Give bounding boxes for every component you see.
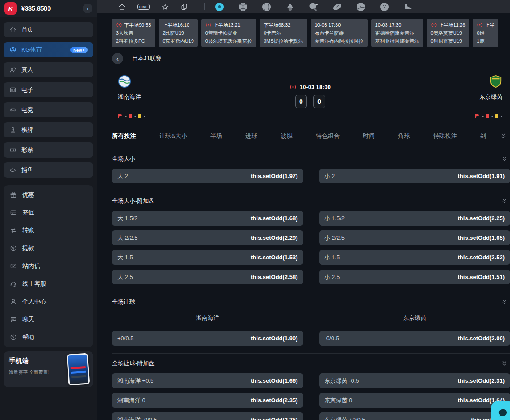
odds-cell[interactable]: 大 1.5/2this.setOdd(1.68): [112, 211, 303, 226]
live-tab-icon[interactable]: LIVE: [137, 4, 150, 10]
yellow-card-icon: [495, 114, 498, 118]
odds-cell[interactable]: 小 1.5/2this.setOdd(2.25): [319, 211, 510, 226]
away-team: 0波尔塔瓦沃尔斯克拉: [205, 37, 252, 45]
tab-handicap-ou[interactable]: 让球&大小: [159, 132, 187, 140]
sidebar-item-kg-sports[interactable]: KG体育 New+: [4, 42, 93, 57]
sidebar-item-chat[interactable]: 聊天: [4, 311, 93, 328]
odds-cell[interactable]: 大 1.5this.setOdd(1.53): [112, 250, 303, 265]
sidebar-item-label: 个人中心: [22, 298, 46, 306]
odds-cell[interactable]: 东京绿茵 +0/0.5this.setOdd(: [319, 412, 510, 420]
favorites-star-icon[interactable]: [161, 3, 169, 11]
sidebar-item-messages[interactable]: 站内信: [4, 257, 93, 275]
sidebar-item-transfer[interactable]: 转账: [4, 222, 93, 239]
home-team: 布内卡兰萨维: [315, 29, 364, 37]
sidebar-item-fishing[interactable]: 捕鱼: [4, 162, 93, 178]
betslip-copy-icon[interactable]: [181, 3, 188, 11]
user-icon: [10, 298, 17, 305]
odds-cell[interactable]: 湘南海洋 -0/0.5this.setOdd(2.75): [112, 412, 303, 420]
slot-machine-icon: [9, 86, 16, 93]
sidebar-item-home[interactable]: 首页: [4, 22, 93, 37]
odds-cell[interactable]: 小 2.5this.setOdd(1.51): [319, 270, 510, 284]
match-score-block: 10-03 18:00 0 : 0: [289, 84, 331, 108]
wallet-expand-button[interactable]: ›: [83, 4, 92, 13]
sport-icon-rugby[interactable]: [332, 2, 342, 12]
market-tabs: 所有投注 让球&大小 半场 进球 波胆 特色组合 时间 角球 特殊投注 到: [112, 131, 510, 141]
match-card[interactable]: 下半场68:32 0卡巴尔 3MS提拉哈卡默尔: [260, 19, 307, 47]
sidebar-item-withdraw[interactable]: 提款: [4, 239, 93, 257]
match-card[interactable]: 下半场90:53 3大坎普 2科罗拉多FC: [112, 19, 155, 47]
odds-label: -0/0.5: [325, 335, 339, 342]
odds-cell[interactable]: 东京绿茵 -0.5this.setOdd(2.31): [319, 373, 510, 388]
match-card[interactable]: 10-03 17:30 霍德哈萨隆夏普尔 基利亚特阿娜夏普尔: [371, 19, 423, 47]
tab-special-bets[interactable]: 特殊投注: [433, 132, 457, 140]
markets-list: 全场大小 大 2this.setOdd(1.97) 小 2this.setOdd…: [112, 149, 510, 420]
odds-cell[interactable]: 大 2this.setOdd(1.97): [112, 169, 303, 183]
tab-special-combo[interactable]: 特色组合: [316, 132, 340, 140]
match-card[interactable]: 10-03 17:30 布内卡兰萨维 夏普尔布内阿拉拉阿拉: [311, 19, 368, 47]
collapse-chevron-icon[interactable]: [502, 198, 507, 204]
sport-icon-shoe[interactable]: [403, 2, 413, 12]
collapse-chevron-icon[interactable]: [502, 156, 507, 162]
odds-cell[interactable]: 大 2.5this.setOdd(2.58): [112, 270, 303, 284]
collapse-chevron-icon[interactable]: [502, 299, 507, 305]
sidebar-item-lottery[interactable]: 彩票: [4, 142, 93, 158]
odds-cell[interactable]: 小 2this.setOdd(1.91): [319, 169, 510, 183]
odds-value: this.setOdd(1.97): [251, 173, 297, 179]
mail-icon: [10, 262, 17, 270]
sidebar-item-deposit[interactable]: 充值: [4, 204, 93, 222]
sidebar-item-profile[interactable]: 个人中心: [4, 293, 93, 311]
sidebar-item-live-casino[interactable]: 真人: [4, 62, 93, 77]
match-card[interactable]: 上半场13:21 0普瑞卡帕提亚 0波尔塔瓦沃尔斯克拉: [201, 19, 256, 47]
odds-cell[interactable]: 小 2/2.5this.setOdd(1.65): [319, 230, 510, 245]
sport-icon-basketball[interactable]: [238, 2, 248, 12]
mobile-app-promo[interactable]: 手机端 海量赛事 全面覆盖!: [4, 351, 93, 387]
customer-service-fab[interactable]: [491, 401, 510, 420]
odds-value: this.setOdd(1.91): [458, 173, 505, 179]
match-time: 10-03 17:30: [315, 21, 341, 29]
live-broadcast-icon: [431, 23, 437, 27]
tab-goals[interactable]: 进球: [245, 132, 257, 140]
away-score: 0: [313, 95, 325, 108]
sidebar-item-support[interactable]: 线上客服: [4, 275, 93, 293]
odds-cell[interactable]: 湘南海洋 +0.5this.setOdd(1.66): [112, 373, 303, 388]
sport-icon-table-tennis[interactable]: [309, 2, 319, 12]
tab-all-bets[interactable]: 所有投注: [112, 132, 136, 140]
odds-cell[interactable]: 大 2/2.5this.setOdd(2.29): [112, 230, 303, 245]
sport-icon-baseball[interactable]: [261, 2, 272, 12]
match-card[interactable]: 上半场16:10 2比萨U19 0克罗托内U19: [159, 19, 198, 47]
home-tab-icon[interactable]: [118, 3, 126, 11]
stat-separator: -: [482, 113, 484, 119]
match-card[interactable]: 上半场11:26 0奥洛莫茨U19 0利贝雷茨U19: [427, 19, 470, 47]
sport-icon-badminton[interactable]: [285, 2, 295, 12]
odds-cell[interactable]: 小 1.5this.setOdd(2.52): [319, 250, 510, 265]
tab-corners[interactable]: 角球: [398, 132, 410, 140]
tab-time[interactable]: 时间: [363, 132, 375, 140]
match-card[interactable]: 上半 0维 1鹿: [473, 19, 498, 47]
tab-half[interactable]: 半场: [210, 132, 222, 140]
brand-logo[interactable]: K: [4, 2, 17, 15]
odds-cell[interactable]: 湘南海洋 0this.setOdd(2.35): [112, 393, 303, 408]
tab-correct-score[interactable]: 波胆: [281, 132, 293, 140]
tab-truncated[interactable]: 到: [480, 132, 486, 140]
back-button[interactable]: ‹: [112, 53, 123, 64]
odds-value: this.setOdd(2.58): [251, 274, 297, 280]
sidebar-item-help[interactable]: 帮助: [4, 328, 93, 346]
sidebar-item-slots[interactable]: 电子: [4, 82, 93, 97]
collapse-chevron-icon[interactable]: [502, 360, 507, 367]
odds-cell[interactable]: 东京绿茵 0this.setOdd(1.64): [319, 393, 510, 408]
tabs-expand-chevron-icon[interactable]: [500, 133, 506, 140]
odds-cell[interactable]: -0/0.5this.setOdd(2.00): [319, 331, 510, 346]
sport-icon-soccer[interactable]: [214, 2, 225, 12]
chess-pawn-icon: [9, 126, 16, 133]
yellow-card-icon: [138, 114, 141, 118]
sport-icon-volleyball[interactable]: [356, 2, 366, 12]
away-team: 基利亚特阿娜夏普尔: [375, 37, 419, 45]
odds-cell[interactable]: +0/0.5this.setOdd(1.90): [112, 331, 303, 346]
sidebar-item-chess[interactable]: 棋牌: [4, 122, 93, 137]
odds-value: this.setOdd(2.35): [251, 397, 297, 404]
section-title: 全场大小-附加盘: [112, 197, 154, 205]
sidebar-item-esports[interactable]: 电竞: [4, 102, 93, 117]
odds-value: this.setOdd(2.25): [458, 215, 505, 222]
sidebar-item-promotions[interactable]: 优惠: [4, 186, 93, 204]
sport-icon-bowling[interactable]: [379, 2, 390, 12]
